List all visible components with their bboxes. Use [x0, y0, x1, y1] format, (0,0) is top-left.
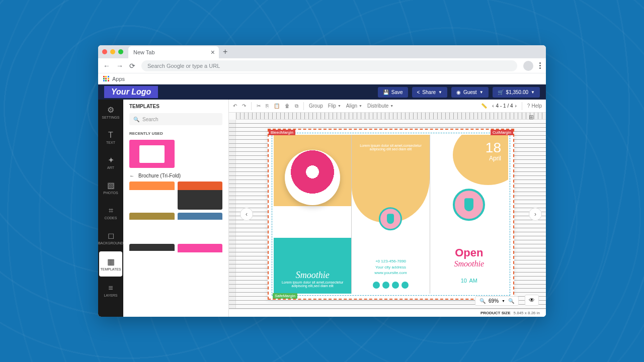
brochure-panel-2[interactable]: Lorem ipsum dolor sit amet,consectetur a… — [352, 135, 430, 294]
close-tab-icon[interactable]: × — [211, 48, 215, 56]
user-icon: ◉ — [456, 89, 461, 95]
copy-button[interactable]: ⎘ — [266, 103, 269, 109]
page-indicator: ‹ 4 - 1 / 4 › — [492, 103, 517, 109]
social-icon — [382, 282, 389, 289]
apps-icon[interactable] — [103, 76, 109, 82]
document-artboard[interactable]: BleedMargin CutMargin SafeMargin Smoothi… — [268, 129, 514, 300]
next-page-button[interactable]: › — [515, 103, 517, 109]
template-thumb[interactable] — [129, 244, 175, 272]
help-button[interactable]: ? Help — [527, 103, 542, 109]
preview-button[interactable]: 👁 — [525, 295, 539, 306]
app-logo: Your Logo — [104, 86, 158, 98]
sidebar-item-codes[interactable]: ⌗CODES — [98, 200, 123, 225]
back-button[interactable]: ← — [103, 62, 110, 70]
photos-icon: ▧ — [107, 180, 115, 190]
ruler-toggle[interactable]: 📏 — [481, 103, 487, 109]
canvas-toolbar: ↶ ↷ ✂ ⎘ 📋 🗑 ⧉ Group Flip▼ Align▼ Distrib… — [229, 100, 546, 113]
undo-button[interactable]: ↶ — [233, 103, 237, 109]
zoom-in-icon[interactable]: 🔍 — [508, 298, 514, 304]
social-icons — [352, 282, 429, 289]
prev-page-button[interactable]: ‹ — [492, 103, 494, 109]
new-tab-button[interactable]: + — [223, 47, 227, 56]
flip-button[interactable]: Flip▼ — [328, 103, 341, 109]
close-window-button[interactable] — [102, 49, 107, 54]
cut-button[interactable]: ✂ — [257, 103, 261, 109]
url-placeholder: Search Google or type a URL — [147, 63, 220, 69]
sidebar-item-background[interactable]: ◻BACKGROUND — [98, 225, 123, 250]
align-button[interactable]: Align▼ — [346, 103, 362, 109]
template-search-input[interactable]: 🔍 Search — [129, 113, 222, 125]
codes-icon: ⌗ — [109, 206, 113, 215]
template-thumb[interactable] — [178, 213, 223, 241]
distribute-button[interactable]: Distribute▼ — [367, 103, 393, 109]
brochure-panel-3[interactable]: 18 April Open Smoothie 10 — [430, 135, 508, 294]
cart-button[interactable]: 🛒 $1,350.00 ▼ — [493, 87, 540, 98]
zoom-out-icon[interactable]: 🔍 — [479, 298, 486, 304]
chevron-down-icon: ▼ — [531, 90, 535, 95]
brochure-panel-1[interactable]: Smoothie Lorem ipsum dolor sit amet,cons… — [274, 135, 352, 294]
paste-button[interactable]: 📋 — [274, 103, 280, 109]
canvas-wrapper: ‹ › BleedMargin CutMargin SafeMargin Smo… — [229, 120, 546, 309]
canvas-viewport[interactable]: ‹ › BleedMargin CutMargin SafeMargin Smo… — [236, 120, 546, 309]
chevron-down-icon[interactable]: ▼ — [502, 299, 505, 303]
template-thumb[interactable] — [178, 244, 223, 272]
minimize-window-button[interactable] — [110, 49, 115, 54]
reload-button[interactable]: ⟳ — [129, 62, 135, 70]
help-icon: ? — [527, 103, 530, 109]
template-thumb[interactable] — [178, 182, 223, 210]
template-thumb[interactable] — [129, 213, 175, 241]
sidebar-item-photos[interactable]: ▧PHOTOS — [98, 175, 123, 200]
apps-label[interactable]: Apps — [112, 76, 125, 82]
breadcrumb-back-icon[interactable]: ← — [129, 173, 134, 178]
share-button[interactable]: < Share ▼ — [412, 87, 447, 98]
event-date: 18 April — [486, 141, 501, 162]
status-bar: PRODUCT SIZE 5.845 x 8.26 in — [229, 309, 546, 317]
chevron-down-icon: ▼ — [479, 90, 484, 95]
zoom-control[interactable]: 🔍 69% ▼ 🔍 — [475, 296, 519, 306]
sidebar-item-art[interactable]: ✦ART — [98, 150, 123, 175]
next-page-arrow[interactable]: › — [529, 208, 542, 221]
app-header: Your Logo 💾 Save < Share ▼ ◉ Guest ▼ 🛒 $… — [98, 84, 546, 100]
template-thumb[interactable] — [129, 182, 175, 210]
duplicate-button[interactable]: ⧉ — [295, 103, 298, 109]
sidebar-item-layers[interactable]: ≡LAYERS — [98, 278, 123, 303]
social-icon — [392, 282, 399, 289]
prev-page-arrow[interactable]: ‹ — [240, 208, 253, 221]
maximize-window-button[interactable] — [118, 49, 123, 54]
chevron-down-icon: ▼ — [438, 90, 442, 95]
left-toolbar: ⚙SETTINGS TTEXT ✦ART ▧PHOTOS ⌗CODES ◻BAC… — [98, 100, 123, 317]
tab-title: New Tab — [133, 49, 155, 55]
browser-tab[interactable]: New Tab × — [128, 46, 219, 58]
guest-button[interactable]: ◉ Guest ▼ — [451, 87, 489, 98]
redo-button[interactable]: ↷ — [242, 103, 246, 109]
product-size-value: 5.845 x 8.26 in — [514, 311, 540, 315]
horizontal-ruler: ⊞ — [236, 113, 546, 120]
open-title: Open Smoothie — [430, 246, 508, 268]
background-icon: ◻ — [108, 231, 114, 240]
browser-menu-button[interactable] — [539, 62, 541, 69]
save-button[interactable]: 💾 Save — [378, 87, 408, 98]
recent-template-thumb[interactable] — [129, 140, 175, 168]
design-app: Your Logo 💾 Save < Share ▼ ◉ Guest ▼ 🛒 $… — [98, 84, 546, 317]
cut-margin-label: CutMargin — [491, 130, 513, 135]
templates-panel: TEMPLATES 🔍 Search RECENTLY USED ← Broch… — [123, 100, 229, 317]
canvas-area: ↶ ↷ ✂ ⎘ 📋 🗑 ⧉ Group Flip▼ Align▼ Distrib… — [229, 100, 546, 317]
window-controls — [102, 49, 123, 54]
profile-avatar[interactable] — [523, 61, 533, 71]
trifold-layout: Smoothie Lorem ipsum dolor sit amet,cons… — [274, 135, 508, 294]
gear-icon: ⚙ — [107, 105, 114, 115]
layers-icon: ≡ — [108, 284, 113, 293]
social-icon — [373, 282, 380, 289]
group-button[interactable]: Group — [309, 103, 323, 109]
app-body: ⚙SETTINGS TTEXT ✦ART ▧PHOTOS ⌗CODES ◻BAC… — [98, 100, 546, 317]
panel1-text: Smoothie Lorem ipsum dolor sit amet,cons… — [274, 270, 351, 288]
vertical-ruler — [229, 120, 236, 309]
forward-button[interactable]: → — [116, 62, 123, 70]
address-bar[interactable]: Search Google or type a URL — [141, 60, 517, 71]
sidebar-item-text[interactable]: TTEXT — [98, 125, 123, 150]
sidebar-item-settings[interactable]: ⚙SETTINGS — [98, 100, 123, 125]
delete-button[interactable]: 🗑 — [285, 103, 290, 109]
safe-margin-label: SafeMargin — [273, 293, 297, 299]
event-time: 10 AM — [430, 276, 508, 285]
sidebar-item-templates[interactable]: ▦TEMPLATES — [99, 251, 122, 277]
